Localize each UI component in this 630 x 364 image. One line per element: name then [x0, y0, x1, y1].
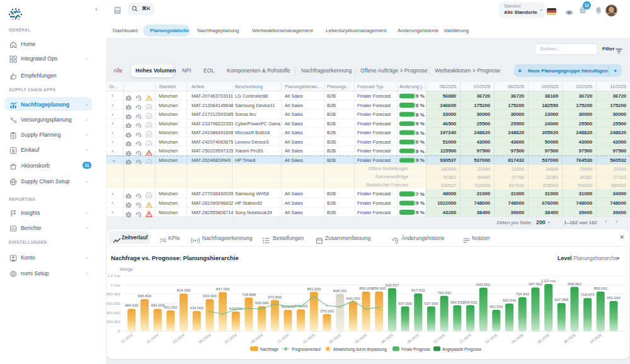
- svg-text:943.502: 943.502: [476, 283, 490, 287]
- svg-text:08-2026: 08-2026: [563, 333, 576, 344]
- svg-text:607.958: 607.958: [554, 298, 568, 302]
- svg-text:1,02 mio: 1,02 mio: [541, 279, 556, 283]
- svg-text:07-2024: 07-2024: [224, 333, 238, 344]
- svg-text:560.532: 560.532: [450, 300, 464, 304]
- svg-text:856.062: 856.062: [593, 287, 607, 290]
- svg-text:Prognoseverlauf: Prognoseverlauf: [292, 347, 321, 352]
- svg-text:947.502: 947.502: [529, 282, 542, 286]
- svg-text:537.000: 537.000: [425, 302, 438, 305]
- svg-text:537.000: 537.000: [398, 302, 412, 305]
- svg-text:200.000: 200.000: [106, 319, 121, 324]
- svg-text:1 mio: 1 mio: [111, 283, 121, 287]
- svg-text:564.532: 564.532: [464, 300, 478, 304]
- svg-text:642.000: 642.000: [346, 297, 360, 300]
- svg-text:718.973: 718.973: [581, 293, 595, 297]
- svg-text:$: $: [12, 148, 15, 154]
- svg-text:12-2025: 12-2025: [459, 333, 472, 344]
- svg-text:484.008: 484.008: [151, 304, 164, 307]
- svg-text:370.000: 370.000: [320, 309, 334, 313]
- svg-text:600.000: 600.000: [106, 301, 121, 305]
- svg-text:1,2 mio: 1,2 mio: [108, 273, 121, 278]
- svg-text:726.898: 726.898: [242, 293, 256, 297]
- svg-text:04-2026: 04-2026: [511, 333, 525, 344]
- svg-text:06-2026: 06-2026: [537, 333, 551, 344]
- svg-text:856.000: 856.000: [359, 287, 373, 290]
- svg-text:814.000: 814.000: [177, 288, 191, 292]
- svg-text:10-2026: 10-2026: [589, 333, 603, 344]
- svg-text:434.000: 434.000: [190, 306, 203, 310]
- svg-text:05-2024: 05-2024: [198, 333, 212, 344]
- svg-text:461.502: 461.502: [490, 305, 503, 309]
- svg-text:01-2024: 01-2024: [146, 333, 160, 344]
- svg-text:695.800: 695.800: [138, 294, 152, 298]
- svg-text:Angepasste Prognose: Angepasste Prognose: [442, 347, 481, 352]
- svg-text:Menge: Menge: [120, 267, 133, 272]
- svg-text:11-2024: 11-2024: [277, 333, 290, 344]
- svg-text:10-2025: 10-2025: [433, 333, 447, 344]
- svg-text:0: 0: [118, 329, 121, 333]
- svg-text:600.542: 600.542: [503, 299, 517, 302]
- svg-text:693.000: 693.000: [203, 294, 217, 298]
- svg-text:808.002: 808.002: [333, 289, 347, 293]
- svg-text:09-2024: 09-2024: [250, 333, 264, 344]
- svg-text:01-2025: 01-2025: [302, 333, 316, 344]
- svg-text:03-2024: 03-2024: [172, 333, 186, 344]
- svg-text:958.962: 958.962: [568, 282, 581, 286]
- svg-text:400.000: 400.000: [106, 310, 121, 315]
- svg-text:06-2025: 06-2025: [381, 333, 394, 344]
- svg-text:851.000: 851.000: [307, 287, 321, 291]
- svg-text:652.064: 652.064: [607, 296, 621, 300]
- svg-text:734.542: 734.542: [515, 292, 529, 296]
- svg-text:08-2025: 08-2025: [406, 333, 420, 344]
- svg-text:03-2025: 03-2025: [328, 333, 342, 344]
- svg-text:451.000: 451.000: [164, 305, 178, 309]
- svg-text:673.806: 673.806: [268, 295, 282, 299]
- svg-text:930.537: 930.537: [386, 283, 399, 287]
- svg-text:11-2023: 11-2023: [120, 333, 134, 344]
- svg-text:484.000: 484.000: [125, 304, 139, 307]
- svg-text:Nachfrage: Nachfrage: [260, 347, 279, 352]
- svg-text:817.432: 817.432: [411, 288, 425, 292]
- svg-text:02-2026: 02-2026: [484, 333, 498, 344]
- svg-text:764.530: 764.530: [437, 291, 451, 295]
- svg-text:800.000: 800.000: [106, 292, 121, 296]
- svg-text:535.900: 535.900: [255, 301, 269, 305]
- svg-text:Finale Prognose: Finale Prognose: [401, 347, 430, 352]
- svg-text:847.000: 847.000: [216, 287, 230, 291]
- svg-text:05-2025: 05-2025: [355, 333, 369, 344]
- svg-text:856.000: 856.000: [372, 287, 386, 290]
- svg-text:Abweichung durch Anpassung: Abweichung durch Anpassung: [333, 347, 387, 352]
